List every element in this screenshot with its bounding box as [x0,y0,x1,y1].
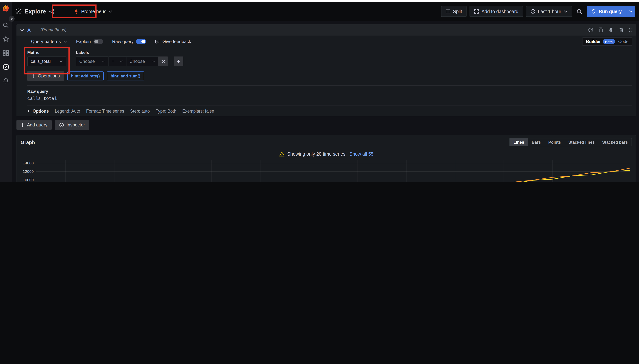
query-option-summary-item: Exemplars: false [182,109,214,113]
give-feedback-link[interactable]: Give feedback [155,39,191,44]
label-value-select[interactable]: Choose [126,56,158,66]
svg-text:12000: 12000 [23,169,34,174]
explore-content: A (Prometheus) Query patterns [12,21,639,182]
time-range-picker[interactable]: Last 1 hour [526,6,572,17]
grafana-explore-page: Explore Prometheus Split [0,0,639,182]
query-patterns-dropdown[interactable]: Query patterns [31,39,67,44]
duplicate-query-icon[interactable] [598,27,604,32]
query-hint-button[interactable]: hint: add sum() [107,72,144,80]
time-range-label: Last 1 hour [538,9,561,14]
add-to-dashboard-button[interactable]: Add to dashboard [470,6,523,17]
metric-labels-row: Metric calls_total Labels Choose [27,50,632,66]
operations-label: Operations [38,73,60,78]
query-datasource-hint: (Prometheus) [40,28,66,32]
graph-mode-lines[interactable]: Lines [510,138,528,146]
drag-handle-icon[interactable] [628,27,632,32]
label-filter-group: Choose = Choose [76,56,168,66]
time-zoom-out-button[interactable] [575,8,584,14]
label-key-select[interactable]: Choose [76,56,108,66]
graph-mode-stacked-bars[interactable]: Stacked bars [598,138,632,146]
raw-query-title: Raw query [27,89,632,94]
options-summary: Legend: AutoFormat: Time seriesStep: aut… [55,109,214,113]
split-icon [446,9,450,14]
editor-mode-toggle: Builder Beta Code [582,38,632,46]
split-button[interactable]: Split [441,6,466,17]
raw-query-toggle-group: Raw query [112,39,146,44]
sidebar-item-dashboards[interactable] [2,50,9,56]
refresh-icon [591,9,596,14]
explain-label: Explain [76,39,91,44]
explain-toggle-group: Explain [76,39,103,44]
raw-query-toggle[interactable] [136,39,146,44]
remove-label-filter-button[interactable] [158,56,168,66]
grafana-logo-icon[interactable] [2,4,10,12]
raw-query-expression: calls_total [27,96,632,102]
metric-field-label: Metric [27,50,66,54]
left-sidebar [0,2,12,182]
sidebar-item-search[interactable] [2,22,9,28]
labels-field-label: Labels [76,50,183,54]
query-option-summary-item: Step: auto [130,109,150,113]
run-query-button[interactable]: Run query [587,6,635,17]
run-query-caret[interactable] [626,6,635,17]
query-ref-id: A [27,27,31,33]
graph-panel: Graph LinesBarsPointsStacked linesStacke… [16,135,636,182]
metric-select-value: calls_total [31,59,51,64]
label-value-placeholder: Choose [130,59,145,64]
svg-text:10000: 10000 [23,178,34,182]
inspector-label: Inspector [66,122,85,128]
run-query-label: Run query [598,9,622,14]
graph-mode-switcher: LinesBarsPointsStacked linesStacked bars [509,138,632,146]
datasource-picker[interactable]: Prometheus [71,6,116,16]
show-all-series-link[interactable]: Show all 55 [349,152,373,157]
query-editor-panel: A (Prometheus) Query patterns [16,24,636,116]
sidebar-item-starred[interactable] [2,36,9,42]
raw-query-toggle-label: Raw query [112,39,134,44]
query-help-icon[interactable] [588,27,593,32]
query-option-summary-item: Format: Time series [86,109,124,113]
explain-toggle[interactable] [93,39,103,44]
collapse-chevron-icon[interactable] [20,28,24,31]
add-operation-button[interactable]: Operations [27,71,64,81]
code-mode-button[interactable]: Code [618,39,628,44]
graph-mode-points[interactable]: Points [544,138,564,146]
sidebar-nav [2,22,9,84]
label-operator-select[interactable]: = [108,56,126,66]
graph-mode-bars[interactable]: Bars [528,138,544,146]
sidebar-expand-button[interactable] [8,16,14,22]
query-editor-toolbar: Query patterns Explain Raw query [27,36,632,48]
metric-select[interactable]: calls_total [27,56,66,66]
comment-icon [155,39,160,44]
time-series-chart[interactable]: 23:2523:3023:3523:4023:4523:5023:5500:00… [20,158,633,182]
split-label: Split [453,9,462,14]
chevron-right-icon [27,109,30,112]
svg-text:14000: 14000 [23,161,34,165]
builder-mode-button[interactable]: Builder Beta [586,39,615,44]
query-editor-body: Query patterns Explain Raw query [16,36,636,116]
datasource-picker-label: Prometheus [81,9,106,14]
options-collapse-button[interactable]: Options [27,109,49,113]
inspector-button[interactable]: Inspector [55,120,89,130]
add-label-filter-button[interactable] [174,56,183,66]
sidebar-item-explore[interactable] [2,64,9,70]
graph-panel-title: Graph [20,139,35,145]
hide-query-icon[interactable] [608,27,614,32]
remove-query-icon[interactable] [619,27,624,32]
add-query-button[interactable]: Add query [16,120,52,130]
query-hint-button[interactable]: hint: add rate() [67,72,104,80]
sidebar-item-alerting[interactable] [2,78,9,84]
plus-icon [32,74,35,78]
graph-mode-stacked-lines[interactable]: Stacked lines [564,138,598,146]
give-feedback-label: Give feedback [162,39,191,44]
share-icon[interactable] [49,9,54,14]
labels-field: Labels Choose = [76,50,183,66]
prometheus-icon [74,9,79,14]
query-option-summary-item: Type: Both [156,109,176,113]
query-hints: hint: add rate()hint: add sum() [67,72,144,80]
query-row-actions [588,27,632,32]
label-operator-value: = [112,59,114,64]
query-row-header[interactable]: A (Prometheus) [16,24,636,36]
query-patterns-label: Query patterns [31,39,61,44]
clock-icon [530,9,535,14]
add-to-dashboard-label: Add to dashboard [482,9,518,14]
